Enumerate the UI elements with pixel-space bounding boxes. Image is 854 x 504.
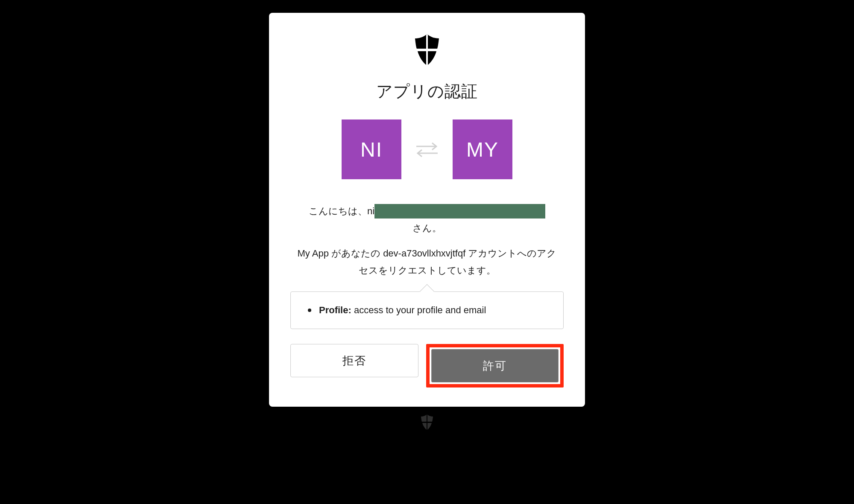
consent-dialog: アプリの認証 NI MY こんにちは、ni さん。 My App があなたの d… [269,13,585,407]
page-title: アプリの認証 [376,81,478,102]
bullet-icon [308,309,311,312]
shield-logo-icon [414,34,440,66]
client-app-tile: MY [453,119,512,179]
allow-button-highlight: 許可 [426,344,564,387]
deny-button[interactable]: 拒否 [290,344,418,377]
scope-permissions-box: Profile: access to your profile and emai… [290,291,564,329]
scope-description: access to your profile and email [354,305,486,315]
redacted-username [374,204,545,218]
greeting-prefix: こんにちは、ni [309,203,374,220]
exchange-arrows-icon [414,139,440,160]
action-button-row: 拒否 許可 [290,344,564,387]
scope-label: Profile: [319,305,351,315]
allow-button[interactable]: 許可 [431,349,559,382]
request-description: My App があなたの dev-a73ovllxhxvjtfqf アカウントへ… [290,245,564,279]
greeting-text: こんにちは、ni さん。 [290,203,564,236]
greeting-suffix: さん。 [290,220,564,237]
user-app-tile: NI [342,119,401,179]
scope-item: Profile: access to your profile and emai… [308,305,546,316]
app-connection-row: NI MY [342,119,512,179]
footer-shield-icon [421,414,433,430]
